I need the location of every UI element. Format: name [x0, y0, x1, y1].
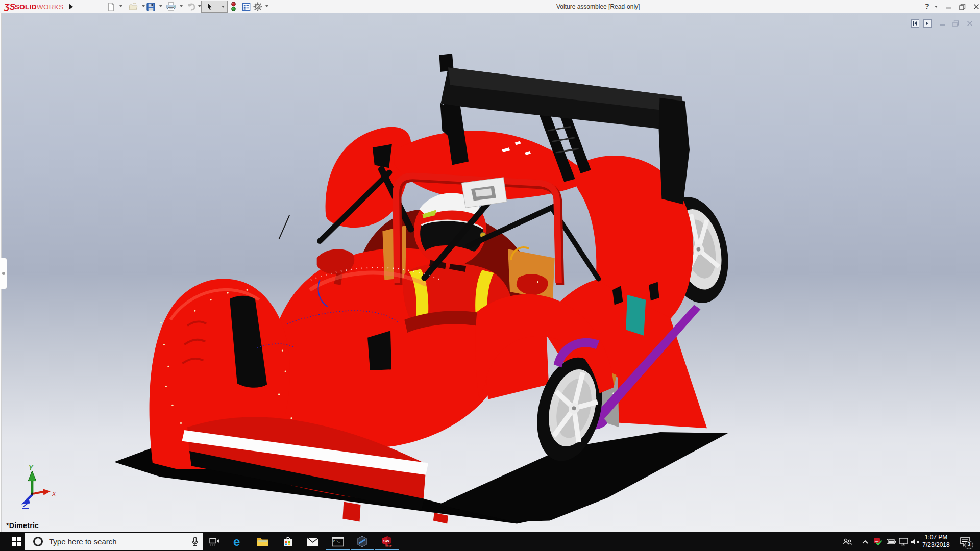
cursor-icon: [205, 2, 214, 12]
titlebar: ƷS SOLID WORKS: [0, 0, 980, 13]
play-arrow-icon: [69, 4, 73, 10]
print-button[interactable]: [165, 1, 177, 12]
print-caret[interactable]: [179, 5, 184, 9]
svg-text:SW: SW: [383, 539, 390, 543]
file-explorer-icon: [257, 537, 269, 547]
help-button[interactable]: ?: [925, 2, 929, 10]
mail-button[interactable]: [302, 532, 324, 551]
taskbar: e: [0, 532, 980, 551]
mail-icon: [307, 537, 319, 546]
save-button[interactable]: [145, 1, 156, 12]
taskbar-search[interactable]: [24, 533, 203, 550]
new-document-icon: [106, 2, 116, 12]
open-indicator-hexagon: [351, 549, 374, 550]
microsoft-store-button[interactable]: [277, 532, 299, 551]
rebuild-button[interactable]: [228, 1, 239, 12]
close-button[interactable]: [972, 3, 980, 11]
solidworks-window: ƷS SOLID WORKS: [0, 0, 980, 551]
chevron-up-icon: [862, 539, 869, 544]
battery-icon: [886, 538, 896, 545]
select-tool-caret[interactable]: [218, 1, 227, 12]
document-title: Voiture assomblee [Read-only]: [556, 3, 640, 10]
command-prompt-button[interactable]: C:\_: [327, 532, 349, 551]
save-floppy-icon: [146, 2, 156, 12]
restore-button[interactable]: [958, 3, 967, 11]
new-document-button[interactable]: [105, 1, 116, 12]
close-icon: [973, 4, 979, 10]
logo-light: WORKS: [37, 3, 64, 11]
minimize-button[interactable]: [944, 3, 952, 11]
command-prompt-icon: C:\_: [332, 537, 344, 547]
clock-time: 1:07 PM: [917, 534, 955, 541]
solidworks-2017-button[interactable]: SW 2017: [376, 532, 398, 551]
network-icon: [898, 537, 909, 546]
hexagon-app-button[interactable]: [351, 532, 373, 551]
new-document-caret[interactable]: [118, 5, 124, 9]
open-indicator-cmd: [326, 549, 350, 550]
battery-button[interactable]: [885, 532, 898, 551]
display-pane-icon: [241, 2, 251, 12]
tray-overflow-button[interactable]: [859, 532, 872, 551]
edge-icon: e: [232, 535, 245, 548]
svg-text:e: e: [233, 535, 240, 548]
clock-date: 7/23/2018: [917, 541, 955, 549]
menu-flyout-button[interactable]: [65, 0, 77, 13]
task-view-button[interactable]: [203, 532, 226, 551]
solidworks-logo: ƷS SOLID WORKS: [4, 1, 64, 12]
taskbar-clock[interactable]: 1:07 PM 7/23/2018: [917, 534, 955, 549]
open-folder-icon: [128, 2, 138, 12]
rearview-mirror-box: [461, 178, 507, 208]
solidworks-2017-icon: SW 2017: [381, 535, 394, 548]
solidworks-monitor-button[interactable]: sw: [871, 532, 885, 551]
notification-badge: 3: [965, 541, 973, 549]
svg-text:C:\_: C:\_: [333, 539, 340, 543]
people-icon: [842, 537, 852, 546]
options-button[interactable]: [252, 1, 263, 12]
save-caret[interactable]: [158, 5, 163, 9]
file-explorer-button[interactable]: [252, 532, 274, 551]
orientation-triad: Y X: [21, 464, 56, 508]
svg-text:2017: 2017: [385, 545, 391, 548]
solidworks-monitor-icon: sw: [873, 537, 883, 546]
select-tool-button[interactable]: [202, 1, 218, 12]
cortana-icon: [33, 537, 43, 546]
minimize-icon: [945, 4, 951, 10]
search-input[interactable]: [49, 537, 187, 546]
svg-text:sw: sw: [874, 540, 878, 543]
microphone-icon[interactable]: [187, 536, 203, 548]
restore-icon: [959, 4, 966, 10]
options-caret[interactable]: [264, 5, 270, 9]
gear-icon: [253, 2, 263, 12]
undo-button[interactable]: [186, 1, 197, 12]
graphics-viewport[interactable]: Y X *Dimetric: [0, 13, 980, 532]
people-button[interactable]: [841, 532, 854, 551]
logo-bold: SOLID: [15, 3, 37, 11]
select-tool-group: [201, 1, 228, 13]
logo-mark: ƷS: [4, 2, 15, 12]
open-indicator-solidworks: [375, 549, 399, 550]
microsoft-store-icon: [282, 536, 293, 547]
task-view-icon: [209, 537, 219, 546]
windows-logo-icon: [12, 537, 21, 546]
hexagon-app-icon: [356, 536, 368, 547]
undo-icon: [186, 2, 197, 12]
help-caret[interactable]: [935, 6, 938, 8]
open-document-button[interactable]: [128, 1, 139, 12]
print-icon: [166, 2, 176, 12]
traffic-light-icon: [229, 1, 238, 12]
start-button[interactable]: [6, 532, 27, 551]
triad-x-label: X: [52, 491, 56, 497]
display-pane-button[interactable]: [240, 1, 252, 12]
model-canvas[interactable]: Y X: [0, 13, 980, 532]
view-orientation-label: *Dimetric: [6, 521, 39, 530]
triad-y-label: Y: [29, 464, 34, 471]
edge-button[interactable]: e: [227, 532, 250, 551]
